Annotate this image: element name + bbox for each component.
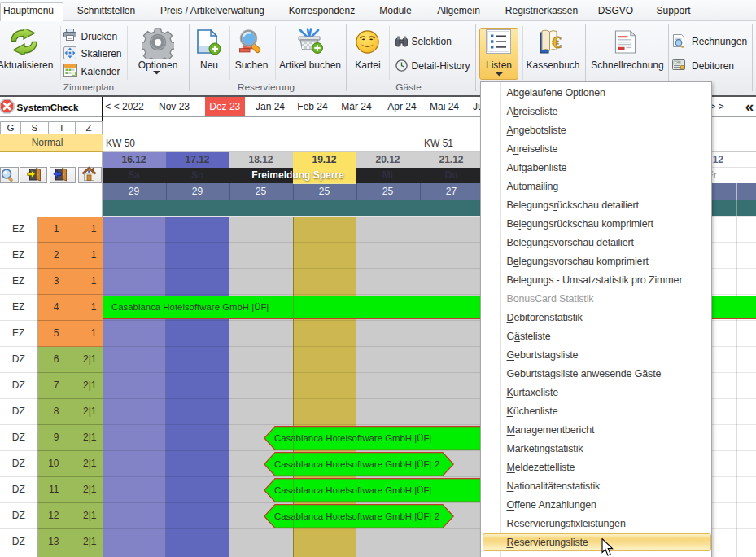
svg-text:2: 2 [435, 511, 439, 521]
svg-text:Casablanca Hotelsoftware GmbH: Casablanca Hotelsoftware GmbH |ÜF| [274, 511, 431, 520]
svg-text:CHF: CHF [675, 61, 680, 64]
svg-text:2: 2 [435, 459, 439, 469]
svg-text:€: € [553, 32, 562, 52]
svg-text:Casablanca Hotelsoftware GmbH: Casablanca Hotelsoftware GmbH |ÜF| [274, 485, 431, 494]
svg-text:Casablanca Hotelsoftware GmbH: Casablanca Hotelsoftware GmbH |ÜF| [274, 432, 431, 442]
svg-text:Casablanca Hotelsoftware GmbH: Casablanca Hotelsoftware GmbH |ÜF| [274, 458, 431, 468]
